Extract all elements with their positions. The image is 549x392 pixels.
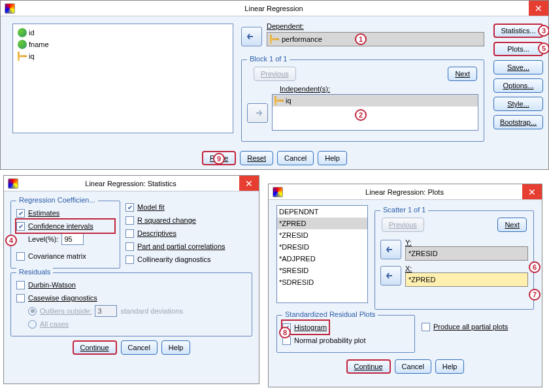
list-item[interactable]: *ZRESID	[277, 229, 367, 241]
indep-label: Independent(s):	[280, 85, 478, 93]
npp-check[interactable]: Normal probability plot	[282, 334, 409, 347]
prev-button: Previous	[254, 67, 296, 81]
bootstrap-button[interactable]: Bootstrap...	[493, 115, 543, 129]
list-item[interactable]: DEPENDNT	[277, 206, 367, 218]
outliers-input	[95, 305, 117, 317]
move-dep-button[interactable]	[241, 27, 262, 46]
badge-4: 4	[5, 235, 17, 246]
scale-icon	[274, 96, 284, 105]
y-label: Y:	[405, 238, 528, 246]
allcases-radio: All cases	[28, 318, 246, 331]
block-legend: Block 1 of 1	[247, 55, 290, 63]
x-label: X:	[405, 265, 528, 272]
resid-legend: Residuals	[16, 268, 53, 276]
plots-var-list[interactable]: DEPENDNT *ZPRED *ZRESID *DRESID *ADJPRED…	[276, 205, 368, 303]
badge-1: 1	[355, 33, 367, 45]
dependent-field[interactable]: performance	[267, 32, 484, 46]
indep-list[interactable]: iq	[272, 94, 478, 131]
modelfit-check[interactable]: ✔Model fit	[125, 201, 252, 214]
badge-7: 7	[529, 289, 541, 301]
move-x-button[interactable]	[380, 266, 401, 286]
badge-9: 9	[213, 153, 225, 165]
scatter-legend: Scatter 1 of 1	[380, 206, 428, 214]
help-button[interactable]: Help	[318, 151, 347, 165]
style-button[interactable]: Style...	[493, 97, 543, 111]
main-title: Linear Regression	[19, 5, 529, 12]
list-item[interactable]: *SDRESID	[277, 276, 367, 288]
plots-dialog: Linear Regression: Plots ✕ DEPENDNT *ZPR…	[268, 184, 542, 387]
x-field[interactable]: *ZPRED	[405, 272, 528, 287]
stats-continue-button[interactable]: Continue	[73, 340, 117, 355]
r2-check[interactable]: R squared change	[125, 214, 252, 227]
level-input[interactable]	[61, 233, 84, 245]
dependent-label: Dependent:	[267, 22, 304, 30]
resid-group: Residuals Durbin-Watson Casewise diagnos…	[10, 272, 252, 336]
y-field[interactable]: *ZRESID	[405, 246, 528, 261]
app-icon	[5, 3, 15, 14]
casewise-check[interactable]: Casewise diagnostics	[16, 291, 246, 304]
main-titlebar: Linear Regression ✕	[1, 1, 548, 16]
plots-title: Linear Regression: Plots	[287, 188, 522, 196]
options-button[interactable]: Options...	[493, 78, 543, 93]
plots-continue-button[interactable]: Continue	[346, 359, 391, 374]
nominal-icon	[18, 40, 27, 49]
move-y-button[interactable]	[380, 240, 401, 259]
badge-5: 5	[538, 42, 549, 54]
list-item[interactable]: iq	[16, 50, 230, 62]
plots-help-button[interactable]: Help	[435, 359, 465, 374]
reset-button[interactable]: Reset	[240, 151, 273, 165]
badge-8: 8	[279, 327, 291, 338]
cancel-button[interactable]: Cancel	[277, 151, 314, 165]
list-item[interactable]: *DRESID	[277, 241, 367, 253]
scatter-group: Scatter 1 of 1 Previous Next Y: *ZRESID …	[374, 210, 534, 310]
coef-group: Regression Coefficien... ✔Estimates ✔Con…	[10, 201, 120, 269]
list-item[interactable]: id	[16, 27, 230, 39]
badge-3: 3	[538, 25, 549, 37]
source-var-list[interactable]: id fname iq	[12, 24, 233, 133]
stats-title: Linear Regression: Statistics	[22, 180, 239, 188]
scale-icon	[270, 35, 279, 44]
badge-6: 6	[529, 261, 541, 273]
block-group: Block 1 of 1 Previous Next Independent(s…	[241, 59, 484, 142]
stats-dialog: Linear Regression: Statistics ✕ Regressi…	[3, 175, 259, 384]
outliers-radio: Outliers outside:standard deviations	[28, 304, 246, 318]
collin-check[interactable]: Collinearity diagnostics	[125, 253, 252, 266]
level-row: Level(%):	[28, 233, 114, 246]
app-icon	[273, 187, 283, 197]
app-icon	[8, 178, 18, 189]
dw-check[interactable]: Durbin-Watson	[16, 278, 246, 291]
statistics-button[interactable]: Statistics...	[493, 24, 543, 38]
cov-check[interactable]: Covariance matrix	[16, 250, 114, 263]
move-indep-button[interactable]	[247, 103, 268, 123]
plots-titlebar: Linear Regression: Plots ✕	[269, 184, 542, 200]
close-icon[interactable]: ✕	[239, 176, 259, 191]
close-icon[interactable]: ✕	[529, 1, 548, 16]
list-item[interactable]: *SRESID	[277, 265, 367, 276]
ci-check[interactable]: ✔Confidence intervals	[16, 220, 114, 233]
plots-prev-button: Previous	[382, 218, 424, 232]
save-button[interactable]: Save...	[493, 60, 543, 74]
badge-2: 2	[355, 109, 367, 121]
plots-next-button[interactable]: Next	[497, 218, 527, 232]
stats-help-button[interactable]: Help	[161, 340, 191, 355]
srp-legend: Standardized Residual Plots	[282, 310, 378, 318]
close-icon[interactable]: ✕	[522, 184, 542, 199]
plots-cancel-button[interactable]: Cancel	[395, 359, 431, 374]
stats-cancel-button[interactable]: Cancel	[121, 340, 158, 355]
scale-icon	[18, 52, 27, 61]
list-item[interactable]: iq	[273, 95, 478, 106]
partial-check[interactable]: Produce all partial plots	[422, 320, 508, 333]
stats-titlebar: Linear Regression: Statistics ✕	[4, 176, 259, 191]
plots-button[interactable]: Plots...	[493, 42, 543, 56]
srp-group: Standardized Residual Plots ✔Histogram N…	[276, 315, 415, 353]
list-item[interactable]: *ADJPRED	[277, 253, 367, 265]
desc-check[interactable]: Descriptives	[125, 227, 252, 240]
list-item[interactable]: fname	[16, 39, 230, 50]
estimates-check[interactable]: ✔Estimates	[16, 206, 114, 220]
coef-legend: Regression Coefficien...	[16, 196, 98, 204]
partcorr-check[interactable]: Part and partial correlations	[125, 240, 252, 253]
list-item[interactable]: *ZPRED	[277, 218, 367, 229]
next-button[interactable]: Next	[448, 67, 477, 81]
main-dialog: Linear Regression ✕ id fname iq Dependen…	[0, 0, 549, 170]
nominal-icon	[18, 28, 27, 37]
